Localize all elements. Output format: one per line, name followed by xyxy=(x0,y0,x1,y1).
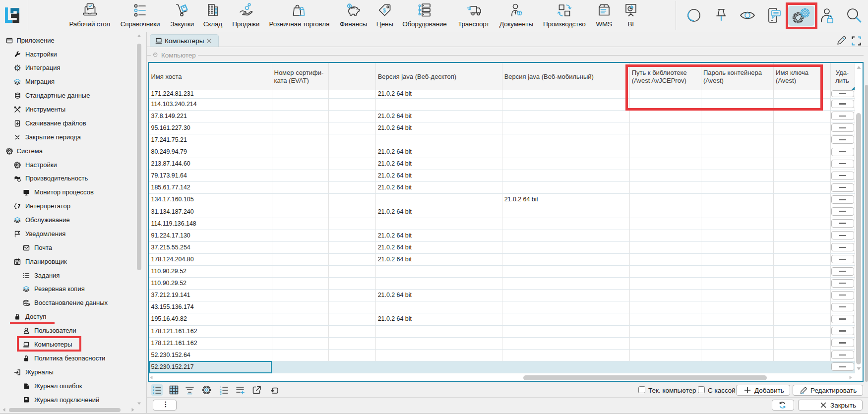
svg-text:$: $ xyxy=(383,7,386,13)
svg-text:3: 3 xyxy=(220,392,222,395)
